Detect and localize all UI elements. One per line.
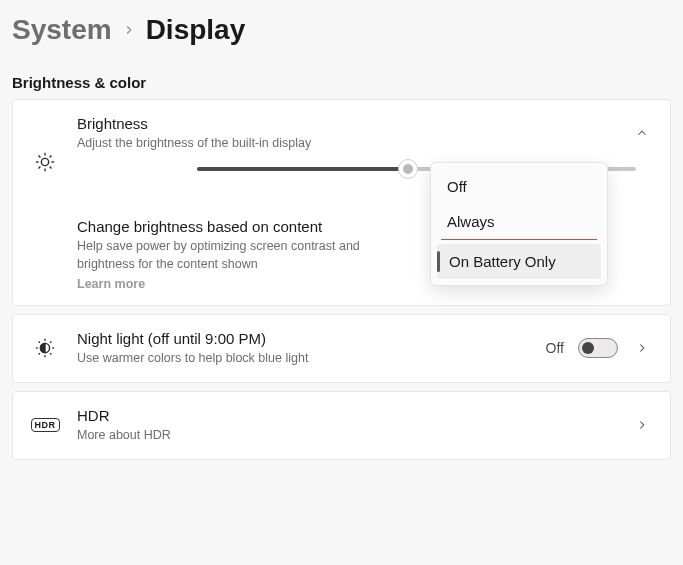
svg-line-17 <box>50 342 51 343</box>
dropdown-option-off[interactable]: Off <box>437 169 601 204</box>
adaptive-title: Change brightness based on content <box>77 217 407 237</box>
sun-icon <box>31 151 59 173</box>
collapse-button[interactable] <box>632 123 652 143</box>
adaptive-brightness-dropdown[interactable]: Off Always On Battery Only <box>430 162 608 286</box>
chevron-right-icon <box>632 338 652 358</box>
breadcrumb: System Display <box>0 0 683 52</box>
night-light-card[interactable]: Night light (off until 9:00 PM) Use warm… <box>12 314 671 383</box>
hdr-desc: More about HDR <box>77 427 614 445</box>
breadcrumb-parent[interactable]: System <box>12 14 112 46</box>
hdr-icon: HDR <box>31 418 59 432</box>
svg-line-15 <box>50 354 51 355</box>
dropdown-option-always[interactable]: Always <box>441 204 597 240</box>
adaptive-desc: Help save power by optimizing screen con… <box>77 238 407 273</box>
hdr-card[interactable]: HDR HDR More about HDR <box>12 391 671 460</box>
brightness-desc: Adjust the brightness of the built-in di… <box>77 135 614 153</box>
svg-line-8 <box>50 155 52 157</box>
section-heading: Brightness & color <box>0 52 683 99</box>
svg-line-6 <box>50 166 52 168</box>
svg-line-7 <box>38 166 40 168</box>
night-light-state-label: Off <box>546 340 564 356</box>
svg-line-16 <box>39 354 40 355</box>
night-light-toggle[interactable] <box>578 338 618 358</box>
svg-point-0 <box>41 158 48 165</box>
night-light-icon <box>31 337 59 359</box>
chevron-right-icon <box>632 415 652 435</box>
svg-line-14 <box>39 342 40 343</box>
learn-more-link[interactable]: Learn more <box>77 277 407 291</box>
page-title: Display <box>146 14 246 46</box>
hdr-title: HDR <box>77 406 614 426</box>
night-light-title: Night light (off until 9:00 PM) <box>77 329 528 349</box>
brightness-title: Brightness <box>77 114 614 134</box>
svg-line-5 <box>38 155 40 157</box>
dropdown-option-on-battery-only[interactable]: On Battery Only <box>437 244 601 279</box>
brightness-card: Brightness Adjust the brightness of the … <box>12 99 671 306</box>
brightness-row: Brightness Adjust the brightness of the … <box>13 100 670 157</box>
chevron-right-icon <box>122 19 136 42</box>
night-light-desc: Use warmer colors to help block blue lig… <box>77 350 528 368</box>
